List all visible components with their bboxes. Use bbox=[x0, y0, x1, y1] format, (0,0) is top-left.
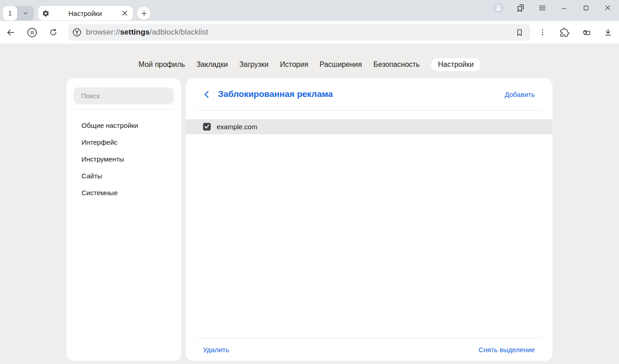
protect-icon[interactable] bbox=[72, 27, 82, 37]
toolbar-left: Я bbox=[5, 27, 59, 38]
arrow-left-icon bbox=[6, 28, 15, 37]
browser-window: 1 Настройки bbox=[0, 0, 619, 364]
tab-counter-button[interactable]: 1 bbox=[3, 6, 17, 20]
bookmarks-stack-icon bbox=[516, 3, 525, 13]
url-host: settings bbox=[120, 28, 150, 36]
nav-tab-downloads[interactable]: Загрузки bbox=[239, 61, 269, 69]
minimize-icon bbox=[560, 4, 568, 11]
settings-nav: Мой профиль Закладки Загрузки История Ра… bbox=[138, 58, 480, 71]
nav-tab-history[interactable]: История bbox=[280, 61, 308, 69]
collections-button[interactable] bbox=[581, 27, 592, 38]
puzzle-icon bbox=[560, 28, 569, 37]
delete-button[interactable]: Удалить bbox=[203, 346, 229, 354]
person-icon bbox=[495, 4, 502, 11]
window-controls bbox=[493, 2, 613, 13]
kebab-menu-icon bbox=[538, 28, 547, 36]
gear-icon bbox=[42, 10, 50, 17]
page-actions-button[interactable] bbox=[537, 27, 548, 38]
add-button[interactable]: Добавить bbox=[505, 91, 535, 98]
download-icon bbox=[604, 28, 613, 37]
blacklist-rows: example.com bbox=[186, 119, 553, 134]
url-text: browser://settings/adblock/blacklist bbox=[86, 28, 208, 37]
yandex-home-button[interactable]: Я bbox=[26, 27, 37, 38]
nav-tab-profile[interactable]: Мой профиль bbox=[138, 61, 185, 69]
settings-page: Мой профиль Закладки Загрузки История Ра… bbox=[0, 44, 619, 364]
page-title: Заблокированная реклама bbox=[218, 89, 333, 99]
back-to-settings-button[interactable] bbox=[204, 91, 210, 98]
reload-icon bbox=[49, 28, 58, 37]
bookmarks-panel-button[interactable] bbox=[515, 2, 526, 13]
blacklist-row[interactable]: example.com bbox=[186, 119, 553, 134]
tab-title: Настройки bbox=[50, 10, 121, 17]
url-scheme: browser:// bbox=[86, 28, 120, 36]
address-bar[interactable]: browser://settings/adblock/blacklist bbox=[68, 24, 530, 40]
settings-sidebar: Общие настройки Интерфейс Инструменты Са… bbox=[66, 78, 181, 361]
sidebar-item-general[interactable]: Общие настройки bbox=[74, 117, 174, 134]
back-button[interactable] bbox=[5, 27, 16, 38]
url-path: /adblock/blacklist bbox=[150, 28, 208, 36]
bookmark-icon bbox=[515, 28, 524, 37]
nav-tab-settings[interactable]: Настройки bbox=[431, 58, 480, 71]
blacklist-panel: Заблокированная реклама Добавить example… bbox=[186, 78, 553, 361]
tab-close-button[interactable] bbox=[121, 9, 129, 17]
new-tab-button[interactable] bbox=[137, 7, 150, 20]
toolbar-right bbox=[537, 27, 614, 38]
sidebar-item-system[interactable]: Системные bbox=[74, 184, 174, 201]
reload-button[interactable] bbox=[48, 27, 59, 38]
profile-avatar[interactable] bbox=[493, 2, 504, 13]
tab-counter-group: 1 bbox=[3, 6, 34, 20]
nav-tab-bookmarks[interactable]: Закладки bbox=[196, 61, 228, 69]
blacklist-domain: example.com bbox=[217, 123, 257, 131]
checkmark-icon bbox=[204, 125, 209, 129]
close-icon bbox=[604, 4, 611, 11]
yandex-logo-icon: Я bbox=[27, 27, 37, 38]
chevron-left-icon bbox=[204, 91, 209, 98]
close-window-button[interactable] bbox=[602, 2, 613, 13]
browser-toolbar: Я browser://settings/adblock/blacklist bbox=[0, 21, 619, 44]
sidebar-item-sites[interactable]: Сайты bbox=[74, 167, 174, 184]
panel-header: Заблокированная реклама Добавить bbox=[186, 78, 553, 110]
nav-tab-extensions[interactable]: Расширения bbox=[320, 61, 362, 69]
collections-icon bbox=[582, 28, 591, 37]
panel-footer: Удалить Снять выделение bbox=[186, 338, 553, 361]
downloads-button[interactable] bbox=[603, 27, 614, 38]
nav-tab-security[interactable]: Безопасность bbox=[373, 61, 420, 69]
settings-search-input[interactable] bbox=[74, 87, 174, 104]
extensions-button[interactable] bbox=[559, 27, 570, 38]
browser-menu-button[interactable] bbox=[537, 2, 548, 13]
plus-icon bbox=[141, 10, 147, 17]
minimize-button[interactable] bbox=[558, 2, 569, 13]
tab-settings[interactable]: Настройки bbox=[38, 6, 133, 20]
deselect-button[interactable]: Снять выделение bbox=[478, 346, 535, 354]
tab-strip: 1 Настройки bbox=[0, 0, 619, 21]
chevron-down-icon bbox=[22, 10, 29, 16]
sidebar-item-interface[interactable]: Интерфейс bbox=[74, 134, 174, 151]
hamburger-icon bbox=[538, 4, 547, 12]
close-icon bbox=[122, 10, 127, 16]
settings-body: Общие настройки Интерфейс Инструменты Са… bbox=[66, 78, 553, 361]
maximize-button[interactable] bbox=[580, 2, 591, 13]
sidebar-item-tools[interactable]: Инструменты bbox=[74, 151, 174, 167]
svg-text:Я: Я bbox=[30, 30, 34, 35]
row-checkbox[interactable] bbox=[203, 123, 211, 131]
panel-empty-area bbox=[186, 134, 553, 338]
header-divider bbox=[197, 110, 542, 111]
maximize-icon bbox=[583, 5, 589, 11]
sidebar-list: Общие настройки Интерфейс Инструменты Са… bbox=[74, 110, 174, 201]
tab-list-dropdown-button[interactable] bbox=[17, 6, 34, 20]
bookmark-page-button[interactable] bbox=[514, 27, 525, 38]
